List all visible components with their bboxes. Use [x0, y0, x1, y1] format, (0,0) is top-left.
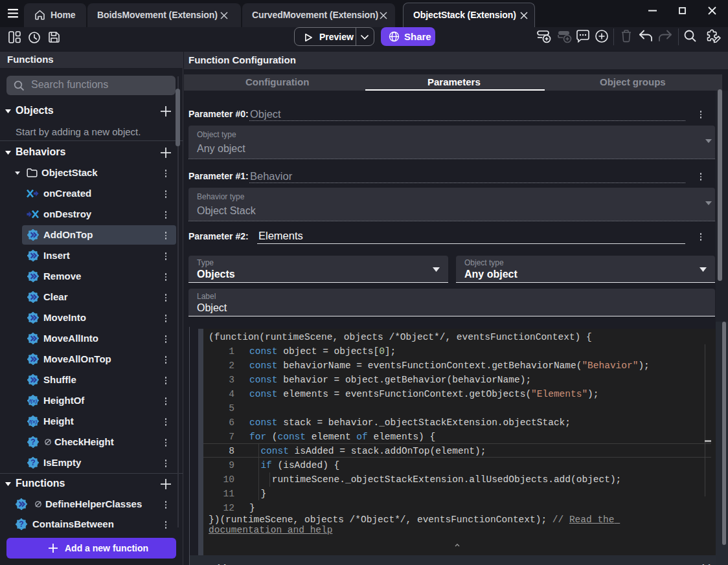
svg-text:?: ? — [30, 458, 35, 467]
svg-text:?: ? — [19, 520, 23, 529]
svg-text:?: ? — [30, 438, 35, 447]
svg-text:f(x): f(x) — [29, 398, 37, 404]
svg-text:f(x): f(x) — [29, 419, 37, 425]
